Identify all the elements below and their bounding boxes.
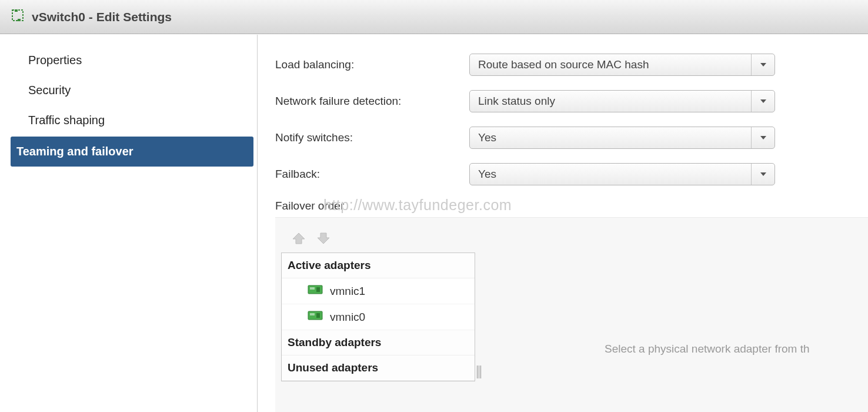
chevron-down-icon	[751, 91, 774, 112]
vswitch-icon	[11, 8, 25, 25]
group-unused-adapters: Unused adapters	[282, 355, 475, 381]
svg-marker-4	[760, 99, 766, 103]
group-standby-adapters: Standby adapters	[282, 330, 475, 355]
sidebar-item-traffic-shaping[interactable]: Traffic shaping	[0, 105, 257, 135]
group-active-adapters: Active adapters	[282, 253, 475, 278]
dropdown-value: Link status only	[478, 95, 555, 108]
svg-rect-13	[310, 313, 315, 315]
sidebar-item-security[interactable]: Security	[0, 75, 257, 105]
dropdown-value: Route based on source MAC hash	[478, 58, 649, 71]
move-down-button[interactable]	[315, 232, 332, 248]
sidebar-item-teaming-failover[interactable]: Teaming and failover	[11, 137, 253, 167]
svg-marker-6	[760, 172, 766, 176]
dropdown-notify-switches[interactable]: Yes	[469, 127, 775, 149]
resize-handle[interactable]	[477, 364, 484, 380]
svg-marker-7	[293, 233, 305, 244]
svg-rect-1	[15, 9, 18, 12]
label-failure-detection: Network failure detection:	[275, 95, 469, 108]
svg-marker-3	[760, 63, 766, 67]
adapter-list: Active adapters vmnic1 vmnic0 Standby ad…	[281, 252, 475, 381]
failover-order-header: Failover order	[275, 200, 868, 212]
svg-rect-11	[316, 287, 320, 292]
row-failure-detection: Network failure detection: Link status o…	[275, 90, 868, 112]
chevron-down-icon	[751, 54, 774, 75]
reorder-buttons	[275, 221, 868, 252]
chevron-down-icon	[751, 164, 774, 185]
window-title: vSwitch0 - Edit Settings	[32, 10, 172, 24]
svg-rect-10	[310, 287, 315, 290]
titlebar: vSwitch0 - Edit Settings	[0, 0, 868, 34]
label-failback: Failback:	[275, 168, 469, 181]
content-area: Properties Security Traffic shaping Team…	[0, 34, 868, 412]
label-notify-switches: Notify switches:	[275, 131, 469, 144]
sidebar: Properties Security Traffic shaping Team…	[0, 35, 258, 412]
row-load-balancing: Load balancing: Route based on source MA…	[275, 54, 868, 76]
nic-icon	[308, 284, 323, 298]
adapter-label: vmnic0	[330, 311, 365, 324]
svg-rect-2	[18, 19, 21, 21]
adapter-label: vmnic1	[330, 285, 365, 298]
adapter-row-vmnic1[interactable]: vmnic1	[282, 278, 475, 304]
label-load-balancing: Load balancing:	[275, 58, 469, 71]
dropdown-value: Yes	[478, 168, 496, 181]
chevron-down-icon	[751, 127, 774, 148]
failover-order-section: Active adapters vmnic1 vmnic0 Standby ad…	[275, 217, 868, 412]
adapter-hint-text: Select a physical network adapter from t…	[605, 343, 810, 355]
adapter-row-vmnic0[interactable]: vmnic0	[282, 304, 475, 330]
dropdown-failback[interactable]: Yes	[469, 163, 775, 185]
main-panel: Load balancing: Route based on source MA…	[258, 35, 868, 412]
sidebar-item-properties[interactable]: Properties	[0, 45, 257, 75]
dropdown-failure-detection[interactable]: Link status only	[469, 90, 775, 112]
row-failback: Failback: Yes	[275, 163, 868, 185]
dropdown-value: Yes	[478, 131, 496, 144]
svg-marker-5	[760, 136, 766, 139]
nic-icon	[308, 310, 323, 324]
dropdown-load-balancing[interactable]: Route based on source MAC hash	[469, 54, 775, 76]
row-notify-switches: Notify switches: Yes	[275, 127, 868, 149]
move-up-button[interactable]	[291, 232, 307, 248]
svg-rect-14	[316, 313, 320, 318]
svg-marker-8	[318, 233, 329, 244]
